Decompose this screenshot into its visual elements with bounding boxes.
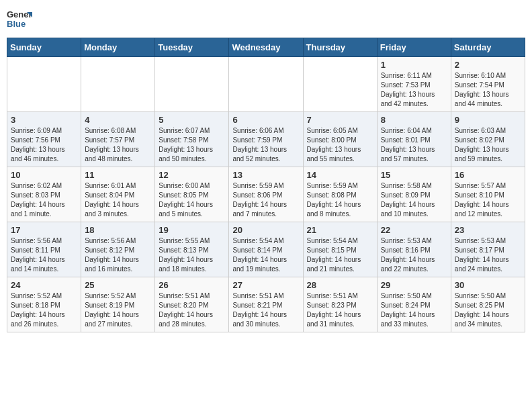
page-header: General Blue (7, 7, 525, 32)
calendar-cell: 1Sunrise: 6:11 AM Sunset: 7:53 PM Daylig… (377, 57, 451, 112)
day-number: 11 (85, 170, 151, 180)
day-number: 26 (159, 280, 225, 290)
day-number: 27 (232, 280, 299, 290)
day-number: 9 (455, 115, 521, 125)
calendar-cell: 3Sunrise: 6:09 AM Sunset: 7:56 PM Daylig… (7, 112, 81, 167)
calendar-cell: 20Sunrise: 5:54 AM Sunset: 8:14 PM Dayli… (229, 222, 303, 277)
day-number: 29 (381, 280, 447, 290)
calendar-cell: 27Sunrise: 5:51 AM Sunset: 8:21 PM Dayli… (229, 277, 303, 332)
day-number: 17 (11, 225, 77, 235)
calendar-cell: 14Sunrise: 5:59 AM Sunset: 8:08 PM Dayli… (303, 167, 377, 222)
calendar-cell: 10Sunrise: 6:02 AM Sunset: 8:03 PM Dayli… (7, 167, 81, 222)
day-info: Sunrise: 5:51 AM Sunset: 8:21 PM Dayligh… (232, 291, 299, 329)
calendar-cell: 11Sunrise: 6:01 AM Sunset: 8:04 PM Dayli… (81, 167, 155, 222)
day-number: 7 (307, 115, 373, 125)
day-info: Sunrise: 5:54 AM Sunset: 8:15 PM Dayligh… (307, 236, 373, 274)
calendar-cell: 17Sunrise: 5:56 AM Sunset: 8:11 PM Dayli… (7, 222, 81, 277)
day-info: Sunrise: 6:00 AM Sunset: 8:05 PM Dayligh… (159, 181, 225, 219)
day-info: Sunrise: 6:10 AM Sunset: 7:54 PM Dayligh… (455, 71, 521, 109)
calendar-week-1: 1Sunrise: 6:11 AM Sunset: 7:53 PM Daylig… (7, 57, 525, 112)
day-info: Sunrise: 6:07 AM Sunset: 7:58 PM Dayligh… (159, 126, 225, 164)
calendar-cell: 8Sunrise: 6:04 AM Sunset: 8:01 PM Daylig… (377, 112, 451, 167)
calendar-cell: 18Sunrise: 5:56 AM Sunset: 8:12 PM Dayli… (81, 222, 155, 277)
day-info: Sunrise: 5:53 AM Sunset: 8:16 PM Dayligh… (381, 236, 447, 274)
day-number: 20 (232, 225, 299, 235)
day-number: 18 (85, 225, 151, 235)
day-number: 21 (307, 225, 373, 235)
calendar-cell: 5Sunrise: 6:07 AM Sunset: 7:58 PM Daylig… (155, 112, 229, 167)
day-number: 8 (381, 115, 447, 125)
day-number: 24 (11, 280, 77, 290)
day-number: 23 (455, 225, 521, 235)
weekday-header-wednesday: Wednesday (229, 38, 303, 57)
day-info: Sunrise: 5:54 AM Sunset: 8:14 PM Dayligh… (232, 236, 299, 274)
day-info: Sunrise: 5:52 AM Sunset: 8:19 PM Dayligh… (85, 291, 151, 329)
calendar-cell (81, 57, 155, 112)
weekday-header-friday: Friday (377, 38, 451, 57)
day-number: 15 (381, 170, 447, 180)
day-info: Sunrise: 5:53 AM Sunset: 8:17 PM Dayligh… (455, 236, 521, 274)
day-info: Sunrise: 5:58 AM Sunset: 8:09 PM Dayligh… (381, 181, 447, 219)
day-number: 16 (455, 170, 521, 180)
calendar-cell: 22Sunrise: 5:53 AM Sunset: 8:16 PM Dayli… (377, 222, 451, 277)
calendar-cell: 24Sunrise: 5:52 AM Sunset: 8:18 PM Dayli… (7, 277, 81, 332)
day-number: 14 (307, 170, 373, 180)
day-number: 1 (381, 60, 447, 70)
day-number: 6 (232, 115, 299, 125)
calendar-cell (303, 57, 377, 112)
day-info: Sunrise: 5:56 AM Sunset: 8:11 PM Dayligh… (11, 236, 77, 274)
logo: General Blue (7, 7, 35, 32)
calendar-cell: 4Sunrise: 6:08 AM Sunset: 7:57 PM Daylig… (81, 112, 155, 167)
day-info: Sunrise: 6:01 AM Sunset: 8:04 PM Dayligh… (85, 181, 151, 219)
day-number: 19 (159, 225, 225, 235)
day-info: Sunrise: 5:51 AM Sunset: 8:20 PM Dayligh… (159, 291, 225, 329)
day-number: 30 (455, 280, 521, 290)
calendar-cell: 29Sunrise: 5:50 AM Sunset: 8:24 PM Dayli… (377, 277, 451, 332)
calendar-week-2: 3Sunrise: 6:09 AM Sunset: 7:56 PM Daylig… (7, 112, 525, 167)
calendar-cell: 25Sunrise: 5:52 AM Sunset: 8:19 PM Dayli… (81, 277, 155, 332)
calendar-cell: 26Sunrise: 5:51 AM Sunset: 8:20 PM Dayli… (155, 277, 229, 332)
calendar-cell: 12Sunrise: 6:00 AM Sunset: 8:05 PM Dayli… (155, 167, 229, 222)
day-number: 28 (307, 280, 373, 290)
day-info: Sunrise: 6:09 AM Sunset: 7:56 PM Dayligh… (11, 126, 77, 164)
day-number: 25 (85, 280, 151, 290)
calendar-cell: 6Sunrise: 6:06 AM Sunset: 7:59 PM Daylig… (229, 112, 303, 167)
calendar-cell (229, 57, 303, 112)
weekday-header-tuesday: Tuesday (155, 38, 229, 57)
calendar-week-3: 10Sunrise: 6:02 AM Sunset: 8:03 PM Dayli… (7, 167, 525, 222)
day-number: 12 (159, 170, 225, 180)
day-info: Sunrise: 6:03 AM Sunset: 8:02 PM Dayligh… (455, 126, 521, 164)
day-info: Sunrise: 5:56 AM Sunset: 8:12 PM Dayligh… (85, 236, 151, 274)
calendar-week-5: 24Sunrise: 5:52 AM Sunset: 8:18 PM Dayli… (7, 277, 525, 332)
calendar-cell: 7Sunrise: 6:05 AM Sunset: 8:00 PM Daylig… (303, 112, 377, 167)
day-info: Sunrise: 6:06 AM Sunset: 7:59 PM Dayligh… (232, 126, 299, 164)
day-number: 2 (455, 60, 521, 70)
day-number: 13 (232, 170, 299, 180)
calendar-cell: 9Sunrise: 6:03 AM Sunset: 8:02 PM Daylig… (451, 112, 525, 167)
day-info: Sunrise: 5:57 AM Sunset: 8:10 PM Dayligh… (455, 181, 521, 219)
calendar-table: SundayMondayTuesdayWednesdayThursdayFrid… (7, 38, 525, 332)
day-number: 5 (159, 115, 225, 125)
day-info: Sunrise: 5:55 AM Sunset: 8:13 PM Dayligh… (159, 236, 225, 274)
day-info: Sunrise: 5:59 AM Sunset: 8:08 PM Dayligh… (307, 181, 373, 219)
weekday-header-sunday: Sunday (7, 38, 81, 57)
calendar-cell: 16Sunrise: 5:57 AM Sunset: 8:10 PM Dayli… (451, 167, 525, 222)
calendar-cell: 30Sunrise: 5:50 AM Sunset: 8:25 PM Dayli… (451, 277, 525, 332)
day-info: Sunrise: 5:52 AM Sunset: 8:18 PM Dayligh… (11, 291, 77, 329)
weekday-header-monday: Monday (81, 38, 155, 57)
day-info: Sunrise: 5:50 AM Sunset: 8:25 PM Dayligh… (455, 291, 521, 329)
day-info: Sunrise: 5:50 AM Sunset: 8:24 PM Dayligh… (381, 291, 447, 329)
calendar-cell: 28Sunrise: 5:51 AM Sunset: 8:23 PM Dayli… (303, 277, 377, 332)
day-info: Sunrise: 6:08 AM Sunset: 7:57 PM Dayligh… (85, 126, 151, 164)
calendar-cell: 13Sunrise: 5:59 AM Sunset: 8:06 PM Dayli… (229, 167, 303, 222)
calendar-cell: 15Sunrise: 5:58 AM Sunset: 8:09 PM Dayli… (377, 167, 451, 222)
day-number: 3 (11, 115, 77, 125)
day-info: Sunrise: 5:59 AM Sunset: 8:06 PM Dayligh… (232, 181, 299, 219)
day-info: Sunrise: 5:51 AM Sunset: 8:23 PM Dayligh… (307, 291, 373, 329)
day-number: 22 (381, 225, 447, 235)
calendar-cell: 19Sunrise: 5:55 AM Sunset: 8:13 PM Dayli… (155, 222, 229, 277)
svg-text:Blue: Blue (7, 19, 26, 29)
weekday-header-thursday: Thursday (303, 38, 377, 57)
calendar-cell (7, 57, 81, 112)
calendar-week-4: 17Sunrise: 5:56 AM Sunset: 8:11 PM Dayli… (7, 222, 525, 277)
